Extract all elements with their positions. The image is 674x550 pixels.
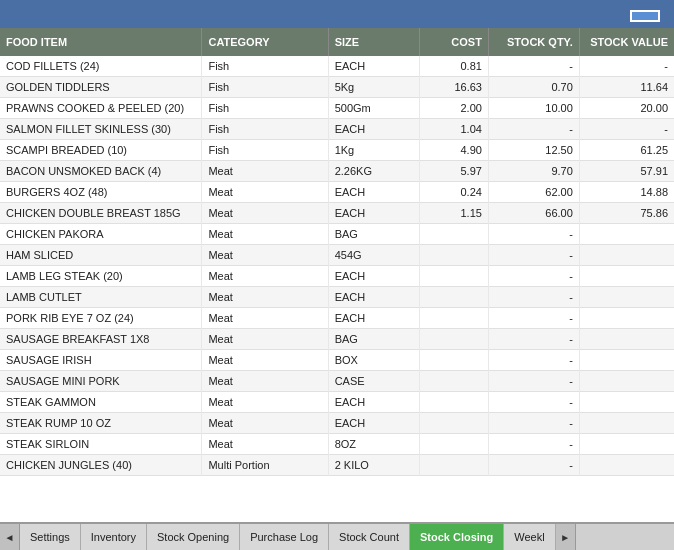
table-row: SCAMPI BREADED (10)Fish1Kg4.9012.5061.25	[0, 140, 674, 161]
bottom-tabs: ◄ Settings Inventory Stock Opening Purch…	[0, 522, 674, 550]
table-header-row: FOOD ITEM CATEGORY SIZE CoST STOCK Qty. …	[0, 28, 674, 56]
table-row: SAUSAGE BREAKFAST 1X8MeatBAG-	[0, 329, 674, 350]
table-row: SALMON FILLET SKINLESS (30)FishEACH1.04-…	[0, 119, 674, 140]
tab-inventory[interactable]: Inventory	[81, 524, 147, 550]
table-row: COD FILLETS (24)FishEACH0.81--	[0, 56, 674, 77]
col-header-stock-qty: STOCK Qty.	[488, 28, 579, 56]
col-header-category: CATEGORY	[202, 28, 328, 56]
table-row: LAMB CUTLETMeatEACH-	[0, 287, 674, 308]
logo-box	[630, 10, 660, 22]
table-row: LAMB LEG STEAK (20)MeatEACH-	[0, 266, 674, 287]
stock-table: FOOD ITEM CATEGORY SIZE CoST STOCK Qty. …	[0, 28, 674, 476]
tab-purchase-log[interactable]: Purchase Log	[240, 524, 329, 550]
table-row: STEAK GAMMONMeatEACH-	[0, 392, 674, 413]
table-row: STEAK RUMP 10 OZMeatEACH-	[0, 413, 674, 434]
table-row: PORK RIB EYE 7 OZ (24)MeatEACH-	[0, 308, 674, 329]
table-row: GOLDEN TIDDLERSFish5Kg16.630.7011.64	[0, 77, 674, 98]
table-row: BACON UNSMOKED BACK (4)Meat2.26KG5.979.7…	[0, 161, 674, 182]
table-row: HAM SLICEDMeat454G-	[0, 245, 674, 266]
tab-stock-opening[interactable]: Stock Opening	[147, 524, 240, 550]
logo	[630, 10, 660, 22]
table-row: BURGERS 4OZ (48)MeatEACH0.2462.0014.88	[0, 182, 674, 203]
col-header-cost: CoST	[419, 28, 488, 56]
header	[0, 0, 674, 28]
tab-scroll-right[interactable]: ►	[556, 524, 576, 550]
tab-stock-count[interactable]: Stock Count	[329, 524, 410, 550]
table-row: SAUSAGE IRISHMeatBOX-	[0, 350, 674, 371]
table-row: SAUSAGE MINI PORKMeatCASE-	[0, 371, 674, 392]
col-header-food: FOOD ITEM	[0, 28, 202, 56]
col-header-size: SIZE	[328, 28, 419, 56]
tab-stock-closing[interactable]: Stock Closing	[410, 524, 504, 550]
tab-scroll-left[interactable]: ◄	[0, 524, 20, 550]
table-row: CHICKEN PAKORAMeatBAG-	[0, 224, 674, 245]
table-row: CHICKEN DOUBLE BREAST 185GMeatEACH1.1566…	[0, 203, 674, 224]
table-row: CHICKEN JUNGLES (40)Multi Portion2 KILO-	[0, 455, 674, 476]
table-container: FOOD ITEM CATEGORY SIZE CoST STOCK Qty. …	[0, 28, 674, 522]
tab-weekly[interactable]: Weekl	[504, 524, 555, 550]
table-row: PRAWNS COOKED & PEELED (20)Fish500Gm2.00…	[0, 98, 674, 119]
tab-settings[interactable]: Settings	[20, 524, 81, 550]
table-row: STEAK SIRLOINMeat8OZ-	[0, 434, 674, 455]
col-header-stock-value: STOCK VALUE	[579, 28, 674, 56]
